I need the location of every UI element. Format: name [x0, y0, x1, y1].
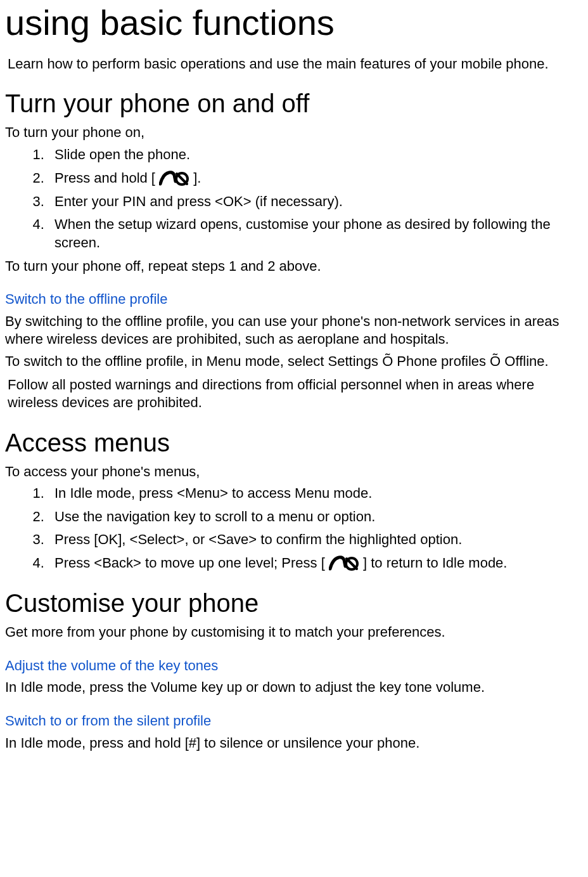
subheading-silent-profile: Switch to or from the silent profile: [5, 712, 583, 731]
step-navigation-key: Use the navigation key to scroll to a me…: [48, 508, 583, 526]
step-text-before: Press <Back> to move up one level; Press…: [54, 555, 329, 571]
power-icon: [159, 170, 189, 188]
page-title: using basic functions: [5, 0, 583, 46]
turn-on-steps: Slide open the phone. Press and hold [ ]…: [5, 146, 583, 252]
subheading-offline-profile: Switch to the offline profile: [5, 290, 583, 309]
offline-profile-instruction: To switch to the offline profile, in Men…: [5, 353, 583, 371]
section-heading-access-menus: Access menus: [5, 426, 583, 459]
access-menus-steps: In Idle mode, press <Menu> to access Men…: [5, 484, 583, 573]
step-text-after: ].: [189, 170, 201, 186]
offline-profile-warning: Follow all posted warnings and direction…: [5, 376, 583, 412]
customise-intro: Get more from your phone by customising …: [5, 623, 583, 642]
offline-profile-description: By switching to the offline profile, you…: [5, 313, 583, 349]
step-press-menu: In Idle mode, press <Menu> to access Men…: [48, 484, 583, 503]
subheading-volume: Adjust the volume of the key tones: [5, 657, 583, 675]
step-setup-wizard: When the setup wizard opens, customise y…: [48, 216, 583, 252]
power-icon: [329, 555, 359, 573]
step-text-after: ] to return to Idle mode.: [359, 555, 508, 571]
section-heading-customise: Customise your phone: [5, 587, 583, 620]
volume-instruction: In Idle mode, press the Volume key up or…: [5, 679, 583, 697]
step-enter-pin: Enter your PIN and press <OK> (if necess…: [48, 193, 583, 211]
access-menus-intro: To access your phone's menus,: [5, 463, 583, 481]
step-slide-open: Slide open the phone.: [48, 146, 583, 164]
step-confirm-option: Press [OK], <Select>, or <Save> to confi…: [48, 531, 583, 549]
silent-profile-instruction: In Idle mode, press and hold [#] to sile…: [5, 734, 583, 753]
turn-off-note: To turn your phone off, repeat steps 1 a…: [5, 257, 583, 276]
section-heading-turn-on-off: Turn your phone on and off: [5, 87, 583, 120]
step-press-hold: Press and hold [ ].: [48, 169, 583, 188]
turn-on-intro: To turn your phone on,: [5, 124, 583, 142]
intro-paragraph: Learn how to perform basic operations an…: [5, 55, 583, 74]
step-back-idle: Press <Back> to move up one level; Press…: [48, 554, 583, 573]
step-text-before: Press and hold [: [54, 170, 159, 186]
